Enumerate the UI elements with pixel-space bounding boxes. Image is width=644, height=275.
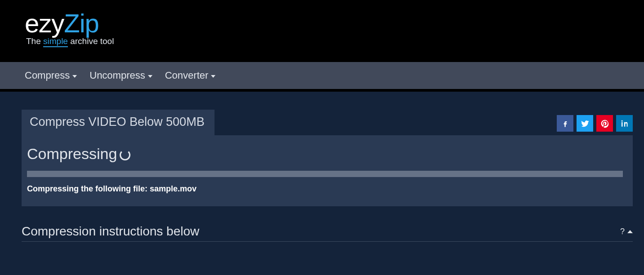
nav-item-uncompress[interactable]: Uncompress <box>89 70 152 81</box>
nav-label: Converter <box>165 70 209 81</box>
chevron-up-icon <box>627 230 633 233</box>
chevron-down-icon <box>148 75 152 78</box>
share-twitter-button[interactable] <box>577 115 593 132</box>
nav-bar: Compress Uncompress Converter <box>0 62 644 92</box>
title-row: Compress VIDEO Below 500MB <box>22 110 633 135</box>
nav-label: Compress <box>25 70 70 81</box>
share-facebook-button[interactable] <box>557 115 573 132</box>
tagline-highlight: simple <box>43 36 68 47</box>
nav-label: Uncompress <box>89 70 145 81</box>
linkedin-icon <box>620 119 629 128</box>
share-linkedin-button[interactable] <box>616 115 633 132</box>
progress-bar <box>27 171 623 177</box>
logo[interactable]: ezyZip <box>25 8 644 38</box>
tagline-prefix: The <box>26 36 43 46</box>
main-content: Compress VIDEO Below 500MB Compressing C… <box>0 92 644 242</box>
help-icon: ? <box>620 227 625 236</box>
tagline-suffix: archive tool <box>68 36 114 46</box>
logo-part-ezy: ezy <box>25 8 64 38</box>
pinterest-icon <box>600 119 609 128</box>
nav-item-compress[interactable]: Compress <box>25 70 77 81</box>
facebook-icon <box>561 119 570 128</box>
spinner-icon <box>120 150 130 160</box>
compressing-status: Compressing the following file: sample.m… <box>27 184 623 194</box>
compressing-heading: Compressing <box>27 145 117 163</box>
twitter-icon <box>581 119 590 128</box>
logo-part-zip: Zip <box>64 8 99 38</box>
top-header: ezyZip The simple archive tool <box>0 0 644 62</box>
nav-item-converter[interactable]: Converter <box>165 70 216 81</box>
chevron-down-icon <box>72 75 77 78</box>
social-share-row <box>557 115 633 132</box>
compressing-heading-row: Compressing <box>27 145 623 163</box>
chevron-down-icon <box>211 75 215 78</box>
tagline: The simple archive tool <box>26 36 644 46</box>
share-pinterest-button[interactable] <box>596 115 613 132</box>
instructions-title: Compression instructions below <box>22 224 199 239</box>
page-title: Compress VIDEO Below 500MB <box>22 110 215 135</box>
instructions-toggle: ? <box>620 227 633 236</box>
compressing-panel: Compressing Compressing the following fi… <box>22 135 633 206</box>
instructions-toggle-row[interactable]: Compression instructions below ? <box>22 224 633 242</box>
